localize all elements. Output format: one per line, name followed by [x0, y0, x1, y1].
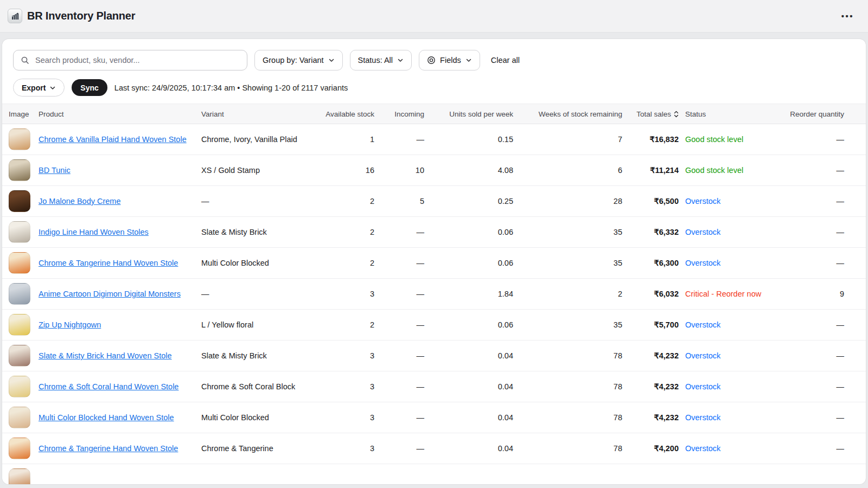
overflow-menu-ellipsis-icon[interactable]: ••• — [841, 12, 854, 20]
table-row: Jo Malone Body Creme — 2 5 0.25 28 ₹6,50… — [2, 186, 866, 217]
product-link[interactable]: Indigo Line Hand Woven Stoles — [39, 228, 149, 236]
status-filter-dropdown[interactable]: Status: All — [350, 50, 412, 70]
incoming-cell: — — [374, 248, 424, 279]
total-sales-cell: ₹6,300 — [622, 248, 679, 279]
group-by-dropdown[interactable]: Group by: Variant — [254, 50, 343, 70]
incoming-cell: — — [374, 124, 424, 155]
product-link[interactable]: BD Tunic — [39, 166, 71, 175]
fields-dropdown[interactable]: Fields — [419, 50, 480, 70]
product-link[interactable]: Chrome & Tangerine Hand Woven Stole — [39, 444, 178, 453]
units-sold-cell: 0.25 — [424, 186, 513, 217]
status-badge: Overstock — [685, 351, 720, 360]
product-thumbnail — [9, 252, 30, 274]
product-link[interactable]: Jo Malone Body Creme — [39, 197, 121, 206]
column-header-available-stock: Available stock — [309, 104, 374, 124]
inventory-table: Image Product Variant Available stock In… — [2, 104, 866, 484]
export-dropdown[interactable]: Export — [13, 79, 65, 97]
reorder-quantity-cell: — — [782, 310, 866, 341]
available-stock-cell: 2 — [309, 248, 374, 279]
weeks-remaining-cell: 78 — [513, 433, 622, 464]
column-header-total-sales[interactable]: Total sales — [622, 104, 679, 124]
available-stock-cell: 3 — [309, 402, 374, 433]
total-sales-cell: ₹4,232 — [622, 371, 679, 402]
product-thumbnail — [9, 159, 30, 181]
total-sales-cell: ₹11,214 — [622, 155, 679, 186]
reorder-quantity-cell: — — [782, 402, 866, 433]
column-header-product: Product — [32, 104, 193, 124]
units-sold-cell: 0.06 — [424, 248, 513, 279]
product-thumbnail — [9, 129, 30, 150]
product-link[interactable]: Chrome & Tangerine Hand Woven Stole — [39, 259, 178, 267]
reorder-quantity-cell: — — [782, 433, 866, 464]
product-link[interactable]: Chrome & Soft Coral Hand Woven Stole — [39, 382, 178, 391]
sort-up-down-icon[interactable] — [674, 111, 679, 118]
sync-button[interactable]: Sync — [72, 79, 107, 96]
total-sales-label: Total sales — [636, 110, 671, 118]
column-header-reorder-quantity: Reorder quantity — [782, 104, 866, 124]
units-sold-cell: 0.06 — [424, 217, 513, 248]
incoming-cell: — — [374, 402, 424, 433]
product-link[interactable]: Multi Color Blocked Hand Woven Stole — [39, 413, 174, 422]
status-badge: Overstock — [685, 382, 720, 391]
weeks-remaining-cell: 28 — [513, 186, 622, 217]
group-by-label: Group by: Variant — [263, 56, 324, 65]
incoming-cell: — — [374, 433, 424, 464]
available-stock-cell: 3 — [309, 371, 374, 402]
reorder-quantity-cell: — — [782, 155, 866, 186]
status-badge: Overstock — [685, 197, 720, 206]
search-box[interactable] — [13, 50, 247, 70]
product-thumbnail — [9, 376, 30, 397]
product-thumbnail — [9, 221, 30, 243]
total-sales-cell: ₹4,200 — [622, 433, 679, 464]
variant-cell: — — [193, 279, 309, 310]
inventory-card: Group by: Variant Status: All Fields — [2, 39, 866, 484]
reorder-quantity-cell: — — [782, 186, 866, 217]
clear-all-button[interactable]: Clear all — [491, 56, 520, 65]
units-sold-cell: 0.04 — [424, 433, 513, 464]
available-stock-cell: 3 — [309, 341, 374, 371]
product-thumbnail — [9, 190, 30, 212]
table-row: Chrome & Vanilla Plaid Hand Woven Stole … — [2, 124, 866, 155]
fields-label: Fields — [440, 56, 461, 65]
product-link[interactable]: Anime Cartoon Digimon Digital Monsters — [39, 290, 181, 298]
product-link[interactable]: Slate & Misty Brick Hand Woven Stole — [39, 351, 172, 360]
incoming-cell: — — [374, 310, 424, 341]
variant-cell: Chrome, Ivory, Vanilla Plaid — [193, 124, 309, 155]
product-thumbnail — [9, 468, 30, 484]
units-sold-cell: 4.08 — [424, 155, 513, 186]
table-row-partial — [2, 464, 866, 485]
units-sold-cell: 0.15 — [424, 124, 513, 155]
variant-cell: Multi Color Blocked — [193, 248, 309, 279]
table-row: Chrome & Soft Coral Hand Woven Stole Chr… — [2, 371, 866, 402]
variant-cell: L / Yellow floral — [193, 310, 309, 341]
total-sales-cell: ₹6,032 — [622, 279, 679, 310]
table-body: Chrome & Vanilla Plaid Hand Woven Stole … — [2, 124, 866, 485]
product-link[interactable]: Chrome & Vanilla Plaid Hand Woven Stole — [39, 135, 187, 144]
column-header-incoming: Incoming — [374, 104, 424, 124]
total-sales-cell: ₹4,232 — [622, 402, 679, 433]
weeks-remaining-cell: 7 — [513, 124, 622, 155]
app-header: BR Inventory Planner ••• — [0, 0, 868, 33]
units-sold-cell: 0.06 — [424, 310, 513, 341]
sync-status-text: Last sync: 24/9/2025, 10:17:34 am • Show… — [114, 84, 348, 92]
chevron-down-icon — [328, 57, 335, 63]
export-label: Export — [22, 84, 46, 92]
available-stock-cell: 1 — [309, 124, 374, 155]
reorder-quantity-cell: — — [782, 341, 866, 371]
status-badge: Overstock — [685, 413, 720, 422]
total-sales-cell: ₹5,700 — [622, 310, 679, 341]
status-badge: Overstock — [685, 228, 720, 236]
column-header-weeks-remaining: Weeks of stock remaining — [513, 104, 622, 124]
available-stock-cell: 2 — [309, 186, 374, 217]
variant-cell: Slate & Misty Brick — [193, 217, 309, 248]
search-input[interactable] — [34, 55, 240, 65]
variant-cell: XS / Gold Stamp — [193, 155, 309, 186]
table-row: Zip Up Nightgown L / Yellow floral 2 — 0… — [2, 310, 866, 341]
product-link[interactable]: Zip Up Nightgown — [39, 320, 101, 329]
column-header-variant: Variant — [193, 104, 309, 124]
reorder-quantity-cell: 9 — [782, 279, 866, 310]
chevron-down-icon — [49, 85, 56, 91]
weeks-remaining-cell: 35 — [513, 248, 622, 279]
bullseye-icon — [427, 56, 436, 65]
search-icon — [21, 56, 29, 65]
